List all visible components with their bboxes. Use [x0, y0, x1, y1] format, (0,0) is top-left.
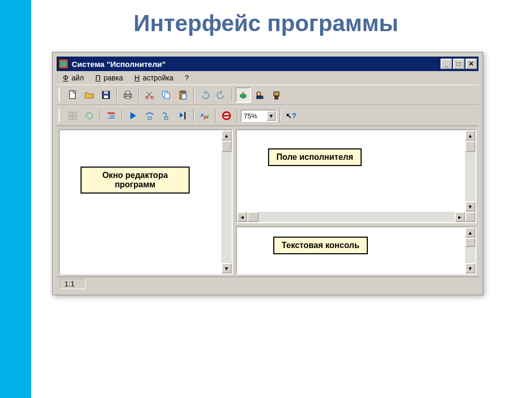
editor-body[interactable]: Окно редактора программ	[60, 130, 221, 273]
svg-marker-30	[130, 112, 136, 119]
variables-button[interactable]: xyz	[197, 108, 212, 123]
workspace: Окно редактора программ ▲ ▼ По	[57, 126, 478, 277]
cursor-position: 1:1	[60, 279, 86, 289]
pointer-help-icon: ↖?	[286, 112, 297, 120]
minimize-button[interactable]: _	[441, 59, 452, 69]
scroll-thumb[interactable]	[465, 141, 475, 152]
context-help-button[interactable]: ↖?	[283, 108, 299, 123]
scissors-icon	[144, 90, 155, 100]
undo-button[interactable]	[197, 87, 212, 103]
scroll-left-button[interactable]: ◄	[237, 212, 247, 222]
app-window: Система "Исполнители" _ □ ✕ Файл Правка …	[56, 56, 480, 292]
zoom-input[interactable]	[242, 111, 267, 121]
separator	[215, 109, 216, 122]
svg-marker-34	[180, 113, 183, 118]
step-into-icon	[161, 111, 171, 121]
close-button[interactable]: ✕	[466, 59, 477, 69]
run-button[interactable]	[125, 108, 141, 123]
executor-field-body[interactable]: Поле исполнителя	[237, 130, 465, 212]
print-button[interactable]	[120, 87, 136, 103]
scroll-up-button[interactable]: ▲	[465, 227, 475, 238]
executor-field-pane[interactable]: Поле исполнителя ▲ ▼ ◄ ►	[236, 129, 476, 223]
scroll-track[interactable]	[259, 212, 455, 222]
zoom-dropdown-button[interactable]: ▼	[267, 111, 276, 121]
toolbar-grip[interactable]	[59, 108, 62, 123]
scroll-track[interactable]	[465, 152, 475, 201]
drawer-icon	[255, 90, 265, 100]
title-bar: Система "Исполнители" _ □ ✕	[57, 57, 478, 71]
console-vscrollbar[interactable]: ▲ ▼	[465, 227, 475, 273]
scroll-down-button[interactable]: ▼	[465, 201, 475, 212]
step-over-icon	[144, 111, 155, 121]
svg-rect-32	[165, 117, 168, 119]
clipboard-icon	[178, 90, 188, 100]
scroll-up-button[interactable]: ▲	[465, 130, 475, 141]
scroll-thumb[interactable]	[221, 141, 232, 152]
redo-button[interactable]	[214, 87, 229, 103]
scroll-track[interactable]	[465, 247, 475, 263]
stop-button[interactable]	[219, 108, 234, 123]
window-title: Система "Исполнители"	[72, 60, 441, 68]
refresh-icon	[84, 111, 95, 121]
scroll-corner	[465, 212, 475, 222]
menu-file[interactable]: Файл	[60, 73, 90, 83]
field-label-callout: Поле исполнителя	[268, 148, 362, 166]
svg-point-17	[242, 92, 244, 94]
editor-label-callout: Окно редактора программ	[81, 167, 190, 194]
scroll-right-button[interactable]: ►	[455, 212, 465, 222]
svg-rect-5	[126, 91, 130, 94]
step-into-button[interactable]	[158, 108, 174, 123]
svg-point-18	[257, 92, 261, 96]
svg-rect-25	[73, 116, 76, 119]
refresh-button[interactable]	[82, 108, 97, 123]
indent-icon	[106, 111, 116, 121]
executor-turtle-button[interactable]	[235, 87, 251, 103]
svg-rect-31	[148, 117, 151, 119]
scroll-down-button[interactable]: ▼	[465, 263, 475, 273]
scroll-thumb[interactable]	[247, 212, 259, 222]
console-label-callout: Текстовая консоль	[273, 237, 368, 254]
save-button[interactable]	[98, 87, 114, 103]
editor-pane[interactable]: Окно редактора программ ▲ ▼	[59, 129, 233, 275]
separator	[116, 88, 117, 102]
new-file-button[interactable]	[65, 87, 81, 103]
app-icon	[58, 59, 69, 69]
executor-draw-button[interactable]	[252, 87, 268, 103]
menu-help[interactable]: ?	[182, 73, 192, 83]
run-to-cursor-button[interactable]	[175, 108, 191, 123]
page-title: Интерфейс программы	[0, 10, 532, 36]
open-folder-icon	[84, 90, 95, 100]
decorative-side-strip	[0, 0, 31, 398]
separator	[193, 109, 194, 122]
paste-button[interactable]	[175, 87, 191, 103]
menu-edit[interactable]: Правка	[92, 73, 129, 83]
svg-rect-22	[69, 112, 72, 115]
field-hscrollbar[interactable]: ◄ ►	[237, 212, 475, 222]
grid-button[interactable]	[65, 108, 81, 123]
stop-icon	[221, 111, 232, 121]
toolbar-grip[interactable]	[59, 88, 62, 102]
field-vscrollbar[interactable]: ▲ ▼	[465, 130, 475, 212]
scroll-thumb[interactable]	[465, 238, 475, 247]
scroll-down-button[interactable]: ▼	[221, 263, 232, 273]
cut-button[interactable]	[142, 87, 157, 103]
scroll-up-button[interactable]: ▲	[221, 130, 232, 141]
editor-vscrollbar[interactable]: ▲ ▼	[221, 130, 232, 273]
maximize-button[interactable]: □	[453, 59, 464, 69]
svg-point-16	[240, 94, 246, 98]
screenshot-frame: Система "Исполнители" _ □ ✕ Файл Правка …	[52, 52, 483, 295]
scroll-track[interactable]	[221, 152, 232, 263]
console-pane[interactable]: Текстовая консоль ▲ ▼	[236, 226, 476, 275]
executor-robot-button[interactable]	[269, 87, 284, 103]
right-column: Поле исполнителя ▲ ▼ ◄ ►	[236, 129, 476, 275]
console-body[interactable]: Текстовая консоль	[237, 227, 465, 273]
menu-settings[interactable]: Настройка	[131, 73, 180, 83]
xyz-icon: xyz	[201, 112, 209, 119]
separator	[193, 88, 194, 102]
copy-button[interactable]	[158, 87, 174, 103]
step-over-button[interactable]	[142, 108, 157, 123]
open-file-button[interactable]	[82, 87, 97, 103]
zoom-combo[interactable]: ▼	[241, 109, 277, 122]
indent-button[interactable]	[103, 108, 119, 123]
svg-rect-23	[73, 112, 76, 115]
